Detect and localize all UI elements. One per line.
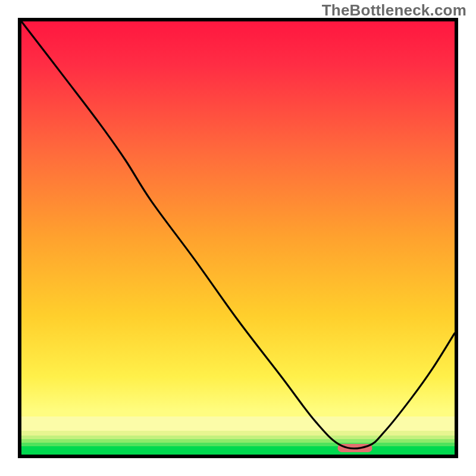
plot-frame	[18, 18, 458, 458]
band-green	[21, 446, 455, 455]
chart-svg	[18, 18, 458, 458]
chart-container: TheBottleneck.com	[0, 0, 476, 476]
watermark-text: TheBottleneck.com	[322, 1, 466, 20]
gradient-background	[21, 21, 455, 455]
